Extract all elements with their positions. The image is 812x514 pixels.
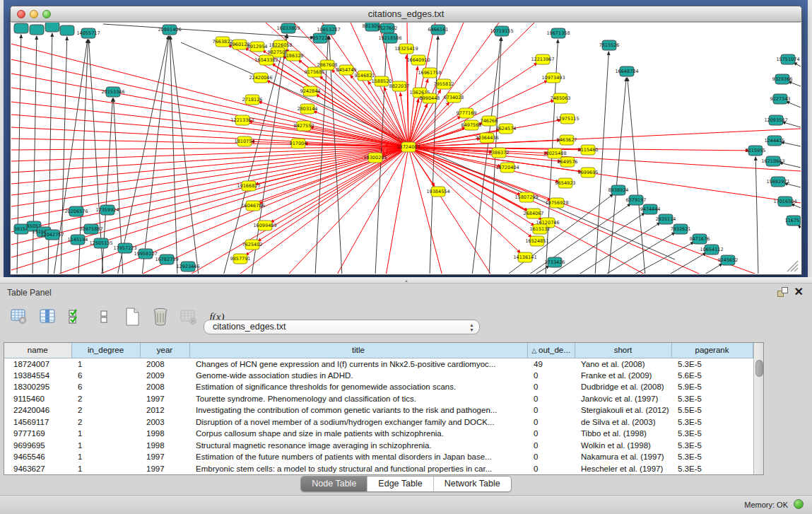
graph-edge[interactable] [188,147,408,274]
table-cell[interactable]: 9463627 [4,463,71,475]
graph-edge[interactable] [316,94,408,147]
table-cell[interactable]: Stergiakouli et al. (2012) [575,404,671,416]
graph-node[interactable]: 14136141 [513,252,536,262]
delete-table-icon[interactable] [180,308,198,326]
graph-node[interactable]: 917004 [290,139,307,148]
table-cell[interactable]: 1997 [140,451,189,463]
table-row[interactable]: 946554611997Estimation of the future num… [4,451,753,463]
table-cell[interactable]: 2012 [140,404,189,416]
table-cell[interactable]: 9465546 [4,451,71,463]
table-cell[interactable]: Disruption of a novel member of a sodium… [189,416,527,428]
table-cell[interactable]: Wolkin et al. (1998) [575,440,671,452]
table-cell[interactable]: 1997 [140,463,189,475]
tab-network-table[interactable]: Network Table [434,477,511,491]
table-cell[interactable]: 1 [71,428,140,440]
graph-edge[interactable] [33,36,37,274]
graph-node[interactable]: 9474444 [640,204,661,214]
graph-node[interactable]: 6734028 [444,93,464,103]
table-cell[interactable]: 1998 [140,440,189,452]
graph-node[interactable]: 7857224 [310,33,331,43]
table-cell[interactable]: 2 [71,416,140,428]
graph-node[interactable]: 1527602 [377,23,398,33]
table-cell[interactable]: Tourette syndrome. Phenomenology and cla… [189,393,527,405]
table-cell[interactable]: Structural magnetic resonance image aver… [189,440,527,452]
table-cell[interactable]: 0 [527,428,575,440]
table-cell[interactable]: 0 [527,451,575,463]
table-cell[interactable]: 2 [71,404,140,416]
graph-node[interactable]: 12975115 [555,114,579,124]
graph-node[interactable]: 10973493 [541,73,565,83]
table-row[interactable]: 1830029562008Estimation of significance … [4,381,753,393]
table-cell[interactable]: 5.5E-5 [671,404,753,416]
table-cell[interactable]: 0 [527,416,575,428]
graph-node[interactable]: 14055717 [76,28,100,38]
table-cell[interactable]: 0 [527,370,575,382]
graph-node[interactable]: 8186328 [283,51,304,61]
graph-node[interactable]: 6466161 [428,25,449,35]
table-cell[interactable]: 0 [527,393,575,405]
graph-node[interactable]: 3624574 [496,124,517,134]
graph-node[interactable]: 12093587 [764,115,787,125]
graph-node[interactable]: 16524851 [525,236,548,246]
graph-edge[interactable] [139,147,408,274]
delete-rows-icon[interactable] [151,308,170,326]
column-header-in_degree[interactable]: in_degree [71,343,140,358]
graph-edge[interactable] [223,35,287,274]
graph-node[interactable]: 20891406 [158,25,181,35]
graph-node[interactable]: 8471676 [690,234,710,244]
column-header-short[interactable]: short [575,343,671,358]
graph-node[interactable]: 7625402 [242,240,263,250]
graph-node[interactable]: 20364436 [475,133,498,143]
table-cell[interactable]: 14569117 [4,416,71,428]
table-cell[interactable]: 9115460 [4,393,71,405]
graph-node[interactable]: 9175685 [305,67,325,77]
table-cell[interactable]: 22420046 [4,404,71,416]
table-cell[interactable]: Jankovic et al. (1997) [575,393,671,405]
table-cell[interactable]: 5.3E-5 [671,416,753,428]
resize-grip-icon[interactable] [787,261,798,271]
table-cell[interactable]: 1 [71,358,140,370]
table-cell[interactable]: 5.6E-5 [671,370,753,382]
table-cell[interactable]: 0 [527,463,575,475]
graph-node[interactable]: 15692971 [766,177,789,187]
graph-node[interactable]: 7955812 [434,79,454,89]
tab-edge-table[interactable]: Edge Table [367,477,433,491]
table-cell[interactable]: Dudbridge et al. (2008) [575,381,671,393]
graph-node[interactable]: 16961758 [418,68,441,78]
table-cell[interactable]: 5.3E-5 [671,428,753,440]
graph-node[interactable] [30,25,44,35]
graph-node[interactable]: 12213967 [531,54,554,64]
network-window[interactable]: citations_edges.txt 18724007766382289601… [10,6,802,275]
graph-edge[interactable] [533,266,549,274]
graph-node[interactable]: 9857791 [230,254,251,264]
table-cell[interactable]: Estimation of significance thresholds fo… [189,381,527,393]
table-cell[interactable]: 0 [527,440,575,452]
table-cell[interactable]: 1997 [140,393,189,405]
table-cell[interactable]: 1 [71,463,140,475]
graph-node[interactable]: 8990448 [420,93,440,103]
graph-node[interactable]: 12042757 [40,230,64,240]
table-row[interactable]: 2242004622012Investigating the contribut… [4,404,753,416]
graph-node[interactable]: 15807299 [514,192,538,202]
graph-node[interactable]: 16720404 [495,163,519,173]
table-row[interactable]: 1872400712008Changes of HCN gene express… [4,358,753,370]
graph-node[interactable] [45,23,59,32]
graph-node[interactable]: 12505135 [89,238,112,248]
graph-node[interactable]: 9463627 [557,135,577,145]
table-cell[interactable]: Tibbo et al. (1998) [575,428,671,440]
graph-edge[interactable] [170,36,177,274]
column-header-title[interactable]: title [189,343,527,358]
graph-node[interactable]: 10654112 [700,245,723,255]
table-cell[interactable]: Corpus callosum shape and size in male p… [189,428,527,440]
graph-edge[interactable] [702,264,722,274]
table-cell[interactable]: Nakamura et al. (1997) [575,451,671,463]
table-cell[interactable]: Hescheler et al. (1997) [575,463,671,475]
table-cell[interactable]: 2008 [140,381,189,393]
graph-edge[interactable] [755,157,758,274]
graph-edge[interactable] [271,147,408,223]
graph-node[interactable]: 1810754 [235,136,255,146]
graph-node[interactable]: 1733426 [545,257,565,267]
graph-edge[interactable] [237,147,408,274]
graph-node[interactable]: 16099489 [253,221,276,230]
table-scrollbar[interactable] [753,343,764,474]
